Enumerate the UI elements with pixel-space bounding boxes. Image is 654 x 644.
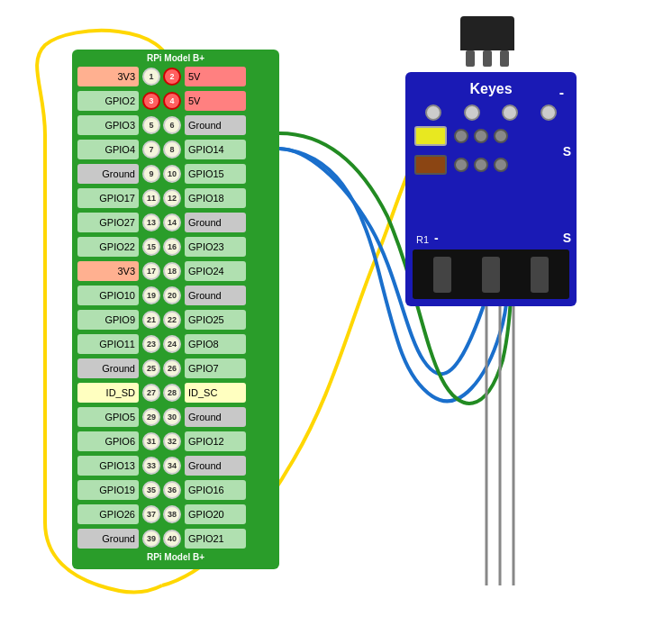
pin-29[interactable]: 29 xyxy=(142,408,160,426)
pin-14[interactable]: 14 xyxy=(163,213,181,231)
pin-label-left-7: GPIO4 xyxy=(77,140,139,159)
pin-label-left-37: GPIO26 xyxy=(77,504,139,524)
keyes-yellow-row xyxy=(414,126,568,146)
pin-label-right-28: ID_SC xyxy=(185,383,246,403)
pin-row-13: Ground2526GPIO7 xyxy=(77,357,274,380)
pin-label-right-18: GPIO24 xyxy=(185,261,246,281)
pin-row-10: GPIO101920Ground xyxy=(77,284,274,307)
pins-center-16: 3132 xyxy=(142,432,181,450)
pin-13[interactable]: 13 xyxy=(142,213,160,231)
pin-17[interactable]: 17 xyxy=(142,262,160,280)
pin-label-left-5: GPIO3 xyxy=(77,115,139,135)
pin-15[interactable]: 15 xyxy=(142,238,160,256)
pins-center-1: 12 xyxy=(142,68,181,86)
keyes-dots-bottom xyxy=(454,158,508,172)
pin-28[interactable]: 28 xyxy=(163,384,181,402)
pin-label-left-1: 3V3 xyxy=(77,67,139,86)
pin-40[interactable]: 40 xyxy=(163,530,181,548)
pin-16[interactable]: 16 xyxy=(163,238,181,256)
pin-32[interactable]: 32 xyxy=(163,432,181,450)
pin-row-8: GPIO221516GPIO23 xyxy=(77,235,274,259)
pins-center-9: 1718 xyxy=(142,262,181,280)
pins-center-14: 2728 xyxy=(142,384,181,402)
pin-8[interactable]: 8 xyxy=(163,141,181,159)
pin-row-6: GPIO171112GPIO18 xyxy=(77,186,274,210)
pin-row-7: GPIO271314Ground xyxy=(77,211,274,234)
pin-21[interactable]: 21 xyxy=(142,311,160,329)
pin-label-right-16: GPIO23 xyxy=(185,237,246,257)
keyes-dot-1 xyxy=(454,129,468,143)
pin-label-left-23: GPIO11 xyxy=(77,334,139,354)
transistor-body xyxy=(460,16,514,50)
transistor xyxy=(458,16,517,66)
pin-37[interactable]: 37 xyxy=(142,505,160,523)
pin-31[interactable]: 31 xyxy=(142,432,160,450)
pin-row-9: 3V31718GPIO24 xyxy=(77,259,274,283)
pin-2[interactable]: 2 xyxy=(163,68,181,86)
pins-center-12: 2324 xyxy=(142,335,181,353)
pin-23[interactable]: 23 xyxy=(142,335,160,353)
keyes-s-bottom: S xyxy=(563,231,571,245)
pin-label-left-35: GPIO19 xyxy=(77,480,139,500)
pin-4[interactable]: 4 xyxy=(163,92,181,110)
pin-9[interactable]: 9 xyxy=(142,165,160,183)
pin-7[interactable]: 7 xyxy=(142,141,160,159)
main-canvas: RPi Model B+ 3V3125VGPIO2345VGPIO356Grou… xyxy=(0,0,654,644)
pins-center-5: 910 xyxy=(142,165,181,183)
pin-19[interactable]: 19 xyxy=(142,286,160,304)
pin-20[interactable]: 20 xyxy=(163,286,181,304)
pin-18[interactable]: 18 xyxy=(163,262,181,280)
pin-label-right-4: 5V xyxy=(185,91,246,111)
pin-39[interactable]: 39 xyxy=(142,530,160,548)
pin-label-left-9: Ground xyxy=(77,164,139,184)
pin-35[interactable]: 35 xyxy=(142,481,160,499)
pin-36[interactable]: 36 xyxy=(163,481,181,499)
keyes-screw-2 xyxy=(464,104,480,121)
pin-label-left-25: Ground xyxy=(77,358,139,378)
transistor-legs xyxy=(458,50,517,67)
pin-38[interactable]: 38 xyxy=(163,505,181,523)
pin-label-left-11: GPIO17 xyxy=(77,188,139,208)
pin-label-right-6: Ground xyxy=(185,115,246,135)
pin-10[interactable]: 10 xyxy=(163,165,181,183)
keyes-yellow-component xyxy=(414,126,447,146)
pin-33[interactable]: 33 xyxy=(142,457,160,475)
pin-22[interactable]: 22 xyxy=(163,311,181,329)
pin-27[interactable]: 27 xyxy=(142,384,160,402)
pin-30[interactable]: 30 xyxy=(163,408,181,426)
pin-label-right-12: GPIO18 xyxy=(185,188,246,208)
pin-label-left-21: GPIO9 xyxy=(77,310,139,330)
pin-11[interactable]: 11 xyxy=(142,189,160,207)
pin-12[interactable]: 12 xyxy=(163,189,181,207)
pins-center-2: 34 xyxy=(142,92,181,110)
keyes-minus2: - xyxy=(434,231,439,245)
pin-row-12: GPIO112324GPIO8 xyxy=(77,332,274,356)
pin-label-left-39: Ground xyxy=(77,529,139,549)
pin-5[interactable]: 5 xyxy=(142,116,160,134)
pin-25[interactable]: 25 xyxy=(142,359,160,377)
pin-24[interactable]: 24 xyxy=(163,335,181,353)
pin-label-left-19: GPIO10 xyxy=(77,286,139,305)
pin-row-16: GPIO63132GPIO12 xyxy=(77,430,274,453)
pin-label-left-13: GPIO27 xyxy=(77,213,139,232)
pin-row-20: Ground3940GPIO21 xyxy=(77,527,274,550)
keyes-dot-4 xyxy=(454,158,468,172)
pin-label-right-14: Ground xyxy=(185,213,246,232)
keyes-dot-5 xyxy=(474,158,488,172)
pin-34[interactable]: 34 xyxy=(163,457,181,475)
pins-center-11: 2122 xyxy=(142,311,181,329)
pin-row-11: GPIO92122GPIO25 xyxy=(77,308,274,331)
pins-center-6: 1112 xyxy=(142,189,181,207)
pin-row-5: Ground910GPIO15 xyxy=(77,162,274,186)
pin-1[interactable]: 1 xyxy=(142,68,160,86)
pin-row-14: ID_SD2728ID_SC xyxy=(77,381,274,404)
pin-label-right-30: Ground xyxy=(185,407,246,427)
pin-3[interactable]: 3 xyxy=(142,92,160,110)
pin-label-right-8: GPIO14 xyxy=(185,140,246,159)
pin-26[interactable]: 26 xyxy=(163,359,181,377)
pin-label-right-36: GPIO16 xyxy=(185,480,246,500)
pin-label-right-32: GPIO12 xyxy=(185,431,246,451)
keyes-top-screws xyxy=(414,104,568,121)
pin-row-4: GPIO478GPIO14 xyxy=(77,138,274,161)
pin-6[interactable]: 6 xyxy=(163,116,181,134)
